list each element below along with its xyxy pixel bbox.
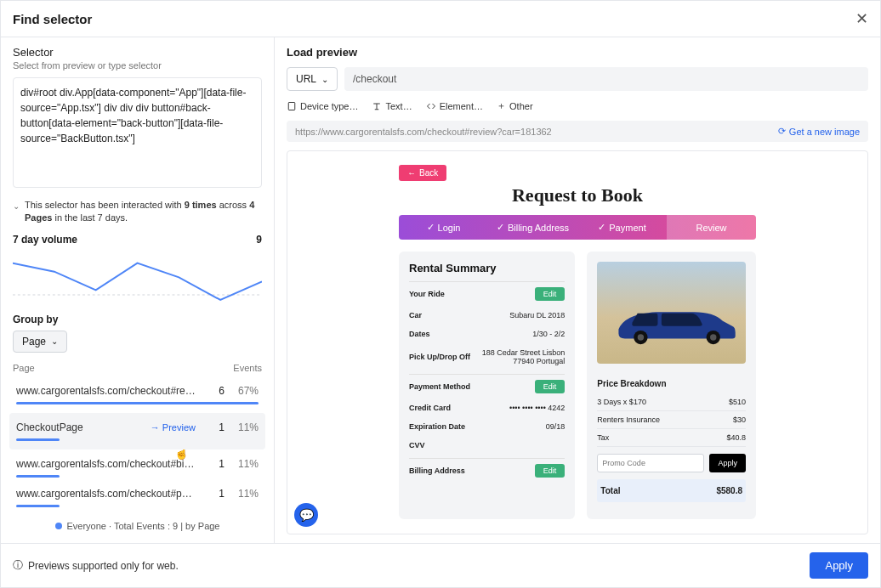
svg-point-5: [710, 334, 716, 340]
device-icon: [287, 101, 297, 111]
chat-icon: 💬: [299, 508, 314, 522]
groupby-select[interactable]: Page ⌄: [13, 331, 67, 353]
row-events: 1: [201, 488, 225, 500]
arrow-left-icon: ←: [407, 168, 416, 178]
svg-rect-1: [288, 102, 295, 110]
svg-point-3: [638, 334, 644, 340]
modal-body: Selector Select from preview or type sel…: [1, 37, 880, 543]
info-icon: ⓘ: [13, 558, 23, 573]
selector-stats: ⌄ This selector has been interacted with…: [13, 199, 262, 225]
selector-label: Selector: [13, 46, 262, 59]
step-payment[interactable]: ✓Payment: [577, 215, 667, 240]
groupby-label: Group by: [13, 314, 262, 325]
device-type-chip[interactable]: Device type…: [287, 101, 358, 111]
promo-apply-button[interactable]: Apply: [709, 454, 746, 472]
edit-billing-button[interactable]: Edit: [535, 464, 566, 478]
plus-icon: ＋: [497, 99, 506, 112]
url-path-input[interactable]: [344, 67, 868, 91]
page-title: Request to Book: [399, 184, 756, 206]
apply-button[interactable]: Apply: [810, 552, 868, 579]
close-icon[interactable]: ✕: [855, 9, 868, 28]
volume-chart: [13, 251, 262, 305]
car-icon: [612, 301, 738, 345]
preview-panel: Load preview URL ⌄ Device type… Text… El…: [275, 37, 880, 543]
chat-fab[interactable]: 💬: [294, 503, 318, 527]
step-billing[interactable]: ✓Billing Address: [488, 215, 577, 240]
code-icon: [426, 101, 436, 111]
chart-legend: Everyone · Total Events : 9 | by Page: [13, 512, 262, 540]
selector-hint: Select from preview or type selector: [13, 60, 262, 71]
text-icon: [372, 101, 382, 111]
modal-title: Find selector: [13, 12, 92, 26]
get-new-image-button[interactable]: ⟳ Get a new image: [778, 126, 860, 137]
checkout-steps: ✓Login ✓Billing Address ✓Payment Review: [399, 215, 756, 240]
check-icon: ✓: [427, 222, 435, 233]
row-events: 6: [201, 385, 225, 397]
page-row[interactable]: www.cargorentalsfs.com/checkout#payment1…: [13, 483, 262, 512]
col-events: Events: [233, 363, 262, 373]
modal-header: Find selector ✕: [1, 1, 880, 37]
refresh-icon: ⟳: [778, 126, 786, 137]
row-pct: 11%: [230, 421, 259, 433]
selector-input[interactable]: div#root div.App[data-component="App"][d…: [13, 77, 262, 188]
page-rows: ☝ www.cargorentalsfs.com/checkout#review…: [13, 380, 262, 512]
page-url: www.cargorentalsfs.com/checkout#review: [16, 385, 196, 397]
load-preview-label: Load preview: [287, 46, 868, 59]
page-url: www.cargorentalsfs.com/checkout#payment: [16, 488, 196, 500]
url-mode-select[interactable]: URL ⌄: [287, 67, 338, 91]
page-row[interactable]: CheckoutPage→ Preview111%: [9, 413, 265, 449]
preview-frame: 💬 ←Back Request to Book ✓Login ✓Billing …: [287, 150, 868, 534]
preview-url: https://www.cargorentalsfs.com/checkout#…: [295, 127, 770, 137]
modal-footer: ⓘ Previews supported only for web. Apply: [1, 543, 880, 587]
page-url: CheckoutPage: [16, 421, 145, 433]
page-url: www.cargorentalsfs.com/checkout#billing: [16, 458, 196, 470]
volume-label: 7 day volume: [13, 234, 77, 246]
price-card: Price Breakdown 3 Days x $170$510 Renter…: [587, 252, 756, 519]
step-login[interactable]: ✓Login: [399, 215, 488, 240]
chevron-down-icon[interactable]: ⌄: [13, 201, 20, 212]
row-events: 1: [201, 421, 225, 433]
element-chip[interactable]: Element…: [426, 101, 483, 111]
rental-summary-card: Rental Summary Your RideEdit CarSubaru D…: [399, 252, 575, 519]
row-pct: 11%: [230, 488, 259, 500]
check-icon: ✓: [598, 222, 605, 233]
back-button[interactable]: ←Back: [399, 165, 446, 181]
page-row[interactable]: www.cargorentalsfs.com/checkout#billing1…: [13, 453, 262, 483]
address-bar: https://www.cargorentalsfs.com/checkout#…: [287, 121, 868, 142]
row-pct: 11%: [230, 458, 259, 470]
legend-dot-icon: [55, 523, 62, 529]
row-pct: 67%: [230, 385, 259, 397]
chevron-down-icon: ⌄: [51, 336, 58, 346]
other-chip[interactable]: ＋Other: [497, 99, 533, 112]
volume-value: 9: [256, 234, 262, 246]
edit-payment-button[interactable]: Edit: [535, 380, 566, 393]
car-image: [597, 262, 746, 364]
col-page: Page: [13, 363, 35, 373]
selector-panel: Selector Select from preview or type sel…: [1, 37, 275, 543]
row-events: 1: [201, 458, 225, 470]
check-icon: ✓: [497, 222, 504, 233]
preview-link[interactable]: → Preview: [151, 422, 196, 433]
promo-input[interactable]: [597, 454, 704, 472]
edit-ride-button[interactable]: Edit: [535, 287, 566, 301]
page-row[interactable]: www.cargorentalsfs.com/checkout#review66…: [13, 380, 262, 410]
chevron-down-icon: ⌄: [321, 75, 328, 84]
text-chip[interactable]: Text…: [372, 101, 412, 111]
step-review[interactable]: Review: [667, 215, 756, 240]
